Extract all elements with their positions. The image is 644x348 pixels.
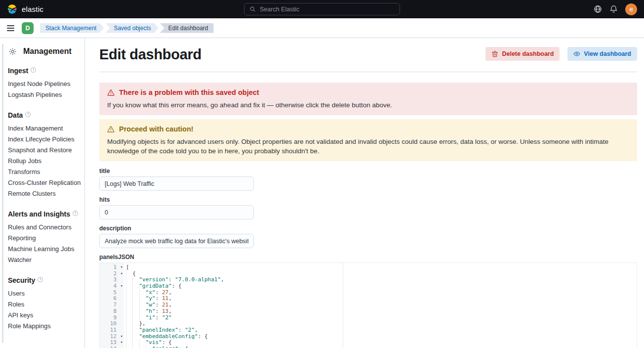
code-line[interactable]: [ <box>126 264 637 271</box>
page-title: Edit dashboard <box>99 45 201 63</box>
field-label: title <box>99 168 637 175</box>
line-number: 2▾ <box>100 271 124 277</box>
json-editor[interactable]: 1▾2▾34▾56789101112▾13▾14▾ [ { "version":… <box>99 262 637 348</box>
info-icon: i <box>31 67 36 73</box>
line-number: 14▾ <box>100 346 124 348</box>
header-divider <box>99 72 637 72</box>
fold-toggle-icon[interactable]: ▾ <box>121 339 123 346</box>
description-input[interactable] <box>99 234 254 248</box>
brand[interactable]: elastic <box>7 4 43 14</box>
info-icon: i <box>73 211 78 216</box>
breadcrumb-saved-objects[interactable]: Saved objects <box>105 23 158 33</box>
code-line[interactable]: "h": 13, <box>126 308 637 315</box>
sidebar-item-index-lifecycle-policies[interactable]: Index Lifecycle Policies <box>8 134 80 145</box>
line-number: 5 <box>100 290 124 296</box>
header-actions: Delete dashboard View dashboard <box>485 45 637 61</box>
notifications-bell-icon[interactable] <box>609 5 618 13</box>
field-label: panelsJSON <box>99 254 637 261</box>
code-line[interactable]: "i": "2" <box>126 315 637 321</box>
sidebar-item-api-keys[interactable]: API keys <box>8 310 80 321</box>
code-line[interactable]: "w": 21, <box>126 302 637 308</box>
code-line[interactable]: "x": 27, <box>126 290 637 296</box>
code-line[interactable]: "colors": { <box>126 346 637 348</box>
sidebar-list: UsersRolesAPI keysRole Mappings <box>8 288 80 332</box>
main-content: Edit dashboard Delete dashboard <box>85 38 644 348</box>
field-description: description <box>99 225 637 248</box>
code-line[interactable]: "y": 11, <box>126 296 637 302</box>
code-line[interactable]: "gridData": { <box>126 283 637 290</box>
sidebar-scrollbar[interactable] <box>2 44 3 343</box>
hits-input[interactable] <box>99 205 254 219</box>
menu-icon[interactable] <box>6 23 15 33</box>
warning-callout-body: Modifying objects is for advanced users … <box>107 137 629 156</box>
code-line[interactable]: }, <box>126 321 637 327</box>
global-search[interactable] <box>244 3 400 15</box>
eye-icon <box>573 50 580 57</box>
editor-gutter: 1▾2▾34▾56789101112▾13▾14▾ <box>100 263 124 348</box>
sidebar-item-snapshot-and-restore[interactable]: Snapshot and Restore <box>8 145 80 156</box>
sidebar-item-watcher[interactable]: Watcher <box>8 255 80 265</box>
sidebar-item-rollup-jobs[interactable]: Rollup Jobs <box>8 156 80 167</box>
sidebar-item-roles[interactable]: Roles <box>8 299 80 310</box>
view-dashboard-label: View dashboard <box>584 50 631 57</box>
sidebar-item-machine-learning-jobs[interactable]: Machine Learning Jobs <box>8 244 80 255</box>
title-input[interactable] <box>99 176 254 191</box>
breadcrumb-bar: D Stack ManagementSaved objectsEdit dash… <box>0 18 644 38</box>
field-panelsjson: panelsJSON 1▾2▾34▾56789101112▾13▾14▾ [ {… <box>99 254 637 348</box>
user-avatar[interactable]: e <box>625 3 637 15</box>
editor-code[interactable]: [ { "version": "7.0.0-alpha1", "gridData… <box>124 263 637 348</box>
field-label: hits <box>99 196 637 204</box>
sidebar: Management IngestiIngest Node PipelinesL… <box>0 38 85 348</box>
sidebar-item-remote-clusters[interactable]: Remote Clusters <box>8 188 80 199</box>
fold-toggle-icon[interactable]: ▾ <box>121 270 123 277</box>
fold-toggle-icon[interactable]: ▾ <box>121 264 123 270</box>
sidebar-section-security: Securityi <box>8 276 80 284</box>
sidebar-item-logstash-pipelines[interactable]: Logstash Pipelines <box>8 89 80 100</box>
info-icon: i <box>38 277 43 282</box>
space-avatar[interactable]: D <box>22 22 34 34</box>
delete-dashboard-button[interactable]: Delete dashboard <box>485 47 560 61</box>
sidebar-section-ingest: Ingesti <box>8 67 80 75</box>
warning-callout: Proceed with caution! Modifying objects … <box>99 119 637 161</box>
sidebar-item-cross-cluster-replication[interactable]: Cross-Cluster Replication <box>8 177 80 188</box>
sidebar-list: Index ManagementIndex Lifecycle Policies… <box>8 123 80 199</box>
field-hits: hits <box>99 196 637 219</box>
sidebar-item-transforms[interactable]: Transforms <box>8 167 80 177</box>
sidebar-item-rules-and-connectors[interactable]: Rules and Connectors <box>8 222 80 233</box>
page-header: Edit dashboard Delete dashboard <box>99 45 637 63</box>
view-dashboard-button[interactable]: View dashboard <box>567 47 637 61</box>
sidebar-list: Rules and ConnectorsReportingMachine Lea… <box>8 222 80 265</box>
line-number: 8 <box>100 308 124 315</box>
line-number: 6 <box>100 296 124 302</box>
gear-icon <box>8 47 17 56</box>
line-number: 7 <box>100 302 124 308</box>
error-callout: There is a problem with this saved objec… <box>99 83 637 115</box>
management-header: Management <box>8 47 80 56</box>
sidebar-item-reporting[interactable]: Reporting <box>8 233 80 244</box>
fold-toggle-icon[interactable]: ▾ <box>121 333 123 340</box>
fold-toggle-icon[interactable]: ▾ <box>121 346 123 348</box>
field-label: description <box>99 225 637 232</box>
sidebar-section-alerts-and-insights: Alerts and Insightsi <box>8 210 80 218</box>
sidebar-item-ingest-node-pipelines[interactable]: Ingest Node Pipelines <box>8 79 80 89</box>
breadcrumb-stack-management[interactable]: Stack Management <box>40 23 104 33</box>
breadcrumb-edit-dashboard: Edit dashboard <box>160 23 214 33</box>
sidebar-item-role-mappings[interactable]: Role Mappings <box>8 321 80 332</box>
fold-toggle-icon[interactable]: ▾ <box>121 283 123 289</box>
top-actions: e <box>594 3 637 15</box>
sidebar-item-index-management[interactable]: Index Management <box>8 123 80 134</box>
global-search-input[interactable] <box>260 6 395 13</box>
error-callout-title: There is a problem with this saved objec… <box>119 88 259 97</box>
top-bar: elastic e <box>0 0 644 18</box>
info-icon: i <box>25 112 31 117</box>
code-line[interactable]: "version": "7.0.0-alpha1", <box>126 277 637 283</box>
kibana-page: elastic e <box>0 0 644 348</box>
sidebar-item-users[interactable]: Users <box>8 288 80 299</box>
error-callout-head: There is a problem with this saved objec… <box>107 88 629 97</box>
code-line[interactable]: "vis": { <box>126 340 637 346</box>
warning-callout-title: Proceed with caution! <box>119 125 194 133</box>
print-margin-line <box>343 263 343 348</box>
code-line[interactable]: "embeddableConfig": { <box>126 334 637 340</box>
search-icon <box>249 6 256 12</box>
globe-icon[interactable] <box>594 5 602 13</box>
